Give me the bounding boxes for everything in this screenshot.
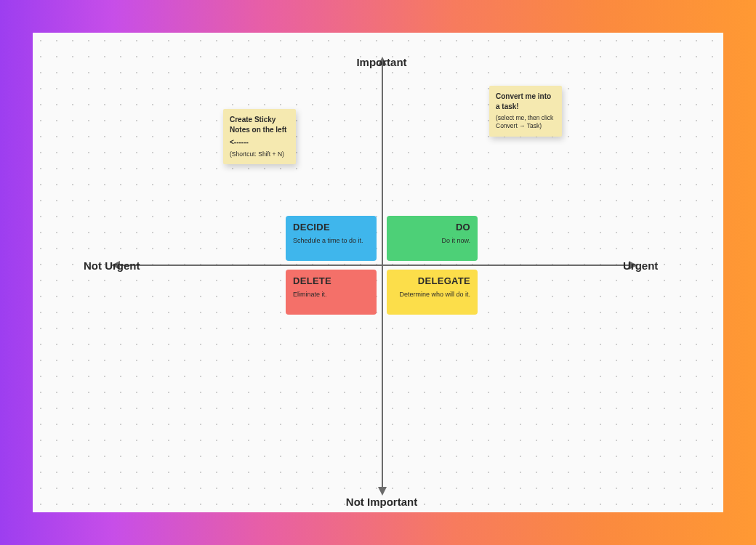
horizontal-axis [120, 265, 629, 266]
arrow-down-icon [378, 487, 387, 496]
quadrant-decide-subtitle: Schedule a time to do it. [293, 237, 363, 244]
quadrant-delegate-title: DELEGATE [394, 275, 470, 286]
quadrant-delete-subtitle: Eliminate it. [293, 291, 327, 298]
quadrant-delegate[interactable]: DELEGATE Determine who will do it. [387, 270, 478, 315]
sticky-note-create-hint: (Shortcut: Shift + N) [230, 150, 289, 158]
sticky-note-create[interactable]: Create Sticky Notes on the left <------ … [223, 109, 296, 164]
quadrant-delete-title: DELETE [293, 275, 369, 286]
vertical-axis [382, 65, 383, 487]
sticky-note-create-arrow: <------ [230, 137, 289, 148]
sticky-note-create-title: Create Sticky Notes on the left [230, 115, 289, 134]
quadrant-delete[interactable]: DELETE Eliminate it. [286, 270, 377, 315]
quadrant-do-title: DO [394, 222, 470, 233]
axis-label-not-urgent: Not Urgent [84, 259, 156, 272]
quadrant-delegate-subtitle: Determine who will do it. [399, 291, 470, 298]
quadrant-decide-title: DECIDE [293, 222, 369, 233]
axis-label-not-important: Not Important [345, 496, 418, 509]
quadrant-do[interactable]: DO Do it now. [387, 216, 478, 261]
sticky-note-convert[interactable]: Convert me into a task! (select me, then… [489, 86, 562, 137]
axis-label-urgent: Urgent [623, 259, 674, 272]
sticky-note-convert-hint: (select me, then click Convert → Task) [496, 114, 555, 131]
eisenhower-matrix-canvas[interactable]: Important Not Important Not Urgent Urgen… [33, 33, 723, 512]
quadrant-do-subtitle: Do it now. [441, 237, 470, 244]
sticky-note-convert-title: Convert me into a task! [496, 92, 555, 111]
axis-label-important: Important [345, 56, 418, 68]
quadrant-decide[interactable]: DECIDE Schedule a time to do it. [286, 216, 377, 261]
